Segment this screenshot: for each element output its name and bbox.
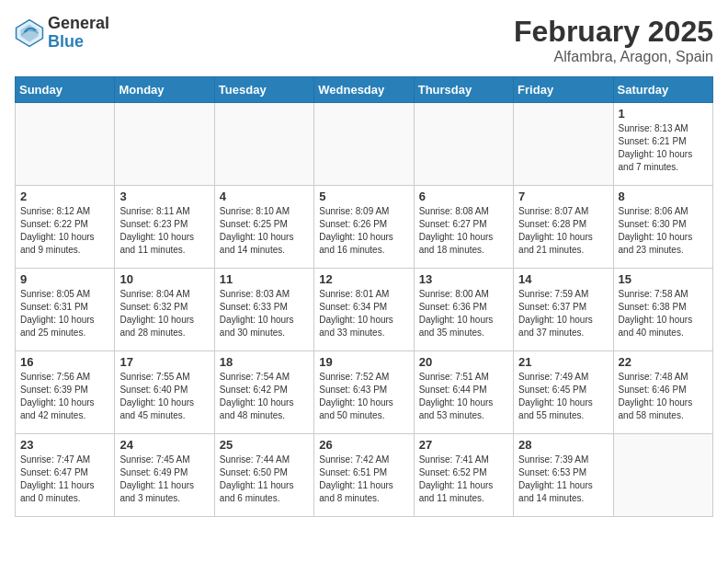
- day-number: 28: [518, 438, 608, 452]
- logo-blue-text: Blue: [48, 33, 109, 52]
- day-info: Sunrise: 7:52 AMSunset: 6:43 PMDaylight:…: [319, 371, 408, 422]
- day-info: Sunrise: 8:08 AMSunset: 6:27 PMDaylight:…: [419, 205, 508, 257]
- calendar-cell: 20Sunrise: 7:51 AMSunset: 6:44 PMDayligh…: [414, 351, 513, 434]
- weekday-header-row: SundayMondayTuesdayWednesdayThursdayFrid…: [16, 77, 713, 103]
- calendar-cell: 17Sunrise: 7:55 AMSunset: 6:40 PMDayligh…: [115, 351, 214, 434]
- calendar-cell: [214, 103, 313, 186]
- calendar-week-row: 2Sunrise: 8:12 AMSunset: 6:22 PMDaylight…: [16, 186, 713, 269]
- logo-text: General Blue: [48, 15, 109, 52]
- day-info: Sunrise: 8:13 AMSunset: 6:21 PMDaylight:…: [619, 122, 708, 174]
- calendar-cell: [115, 103, 214, 186]
- title-block: February 2025 Alfambra, Aragon, Spain: [514, 15, 713, 65]
- day-info: Sunrise: 7:55 AMSunset: 6:40 PMDaylight:…: [119, 371, 209, 422]
- day-info: Sunrise: 7:47 AMSunset: 6:47 PMDaylight:…: [20, 454, 109, 505]
- calendar-cell: 21Sunrise: 7:49 AMSunset: 6:45 PMDayligh…: [514, 351, 613, 434]
- calendar-cell: 22Sunrise: 7:48 AMSunset: 6:46 PMDayligh…: [613, 351, 712, 434]
- day-number: 8: [619, 190, 708, 203]
- calendar-cell: 27Sunrise: 7:41 AMSunset: 6:52 PMDayligh…: [414, 434, 513, 517]
- calendar-cell: 24Sunrise: 7:45 AMSunset: 6:49 PMDayligh…: [115, 434, 214, 517]
- day-number: 19: [319, 355, 408, 369]
- calendar-cell: [514, 103, 613, 186]
- calendar-week-row: 16Sunrise: 7:56 AMSunset: 6:39 PMDayligh…: [16, 351, 713, 434]
- weekday-header-wednesday: Wednesday: [314, 77, 414, 103]
- day-number: 16: [20, 355, 109, 369]
- calendar-cell: 10Sunrise: 8:04 AMSunset: 6:32 PMDayligh…: [115, 269, 214, 351]
- day-info: Sunrise: 8:05 AMSunset: 6:31 PMDaylight:…: [20, 288, 109, 339]
- day-info: Sunrise: 8:11 AMSunset: 6:23 PMDaylight:…: [119, 205, 209, 257]
- day-info: Sunrise: 7:59 AMSunset: 6:37 PMDaylight:…: [518, 288, 608, 339]
- calendar-cell: 15Sunrise: 7:58 AMSunset: 6:38 PMDayligh…: [613, 269, 712, 351]
- day-info: Sunrise: 8:01 AMSunset: 6:34 PMDaylight:…: [319, 288, 408, 339]
- logo: General Blue: [15, 15, 109, 52]
- day-number: 22: [619, 355, 708, 369]
- day-number: 17: [119, 355, 209, 369]
- day-number: 12: [319, 272, 408, 286]
- calendar-cell: 12Sunrise: 8:01 AMSunset: 6:34 PMDayligh…: [314, 269, 414, 351]
- calendar-cell: 28Sunrise: 7:39 AMSunset: 6:53 PMDayligh…: [514, 434, 613, 517]
- day-number: 27: [419, 438, 508, 452]
- day-number: 1: [619, 107, 708, 121]
- calendar-cell: 11Sunrise: 8:03 AMSunset: 6:33 PMDayligh…: [214, 269, 313, 351]
- calendar-cell: 26Sunrise: 7:42 AMSunset: 6:51 PMDayligh…: [314, 434, 414, 517]
- day-info: Sunrise: 7:54 AMSunset: 6:42 PMDaylight:…: [220, 371, 309, 422]
- calendar-cell: [613, 434, 712, 517]
- calendar-cell: 18Sunrise: 7:54 AMSunset: 6:42 PMDayligh…: [214, 351, 313, 434]
- weekday-header-sunday: Sunday: [16, 77, 115, 103]
- day-number: 21: [518, 355, 608, 369]
- day-info: Sunrise: 8:10 AMSunset: 6:25 PMDaylight:…: [220, 205, 309, 257]
- day-number: 7: [518, 190, 608, 203]
- day-info: Sunrise: 8:07 AMSunset: 6:28 PMDaylight:…: [518, 205, 608, 257]
- calendar-cell: 19Sunrise: 7:52 AMSunset: 6:43 PMDayligh…: [314, 351, 414, 434]
- logo-general-text: General: [48, 15, 109, 33]
- day-info: Sunrise: 7:41 AMSunset: 6:52 PMDaylight:…: [419, 454, 508, 505]
- day-info: Sunrise: 7:58 AMSunset: 6:38 PMDaylight:…: [619, 288, 708, 339]
- day-number: 3: [119, 190, 209, 203]
- day-number: 11: [220, 272, 309, 286]
- day-number: 24: [119, 438, 209, 452]
- day-number: 4: [220, 190, 309, 203]
- calendar-cell: [414, 103, 513, 186]
- calendar-cell: 1Sunrise: 8:13 AMSunset: 6:21 PMDaylight…: [613, 103, 712, 186]
- day-info: Sunrise: 7:48 AMSunset: 6:46 PMDaylight:…: [619, 371, 708, 422]
- day-number: 2: [20, 190, 109, 203]
- calendar-week-row: 1Sunrise: 8:13 AMSunset: 6:21 PMDaylight…: [16, 103, 713, 186]
- weekday-header-thursday: Thursday: [414, 77, 513, 103]
- calendar-cell: 13Sunrise: 8:00 AMSunset: 6:36 PMDayligh…: [414, 269, 513, 351]
- day-number: 18: [220, 355, 309, 369]
- day-number: 9: [20, 272, 109, 286]
- day-info: Sunrise: 8:09 AMSunset: 6:26 PMDaylight:…: [319, 205, 408, 257]
- day-info: Sunrise: 8:03 AMSunset: 6:33 PMDaylight:…: [220, 288, 309, 339]
- calendar-location: Alfambra, Aragon, Spain: [514, 49, 713, 65]
- calendar-cell: 3Sunrise: 8:11 AMSunset: 6:23 PMDaylight…: [115, 186, 214, 269]
- logo-icon: [15, 18, 44, 48]
- calendar-cell: 23Sunrise: 7:47 AMSunset: 6:47 PMDayligh…: [16, 434, 115, 517]
- calendar-cell: 7Sunrise: 8:07 AMSunset: 6:28 PMDaylight…: [514, 186, 613, 269]
- day-info: Sunrise: 7:44 AMSunset: 6:50 PMDaylight:…: [220, 454, 309, 505]
- day-number: 13: [419, 272, 508, 286]
- page-header: General Blue February 2025 Alfambra, Ara…: [15, 15, 713, 65]
- day-info: Sunrise: 7:51 AMSunset: 6:44 PMDaylight:…: [419, 371, 508, 422]
- calendar-cell: 8Sunrise: 8:06 AMSunset: 6:30 PMDaylight…: [613, 186, 712, 269]
- day-info: Sunrise: 8:04 AMSunset: 6:32 PMDaylight:…: [119, 288, 209, 339]
- calendar-cell: 2Sunrise: 8:12 AMSunset: 6:22 PMDaylight…: [16, 186, 115, 269]
- calendar-table: SundayMondayTuesdayWednesdayThursdayFrid…: [15, 76, 713, 517]
- day-info: Sunrise: 7:49 AMSunset: 6:45 PMDaylight:…: [518, 371, 608, 422]
- day-number: 15: [619, 272, 708, 286]
- calendar-cell: [314, 103, 414, 186]
- day-info: Sunrise: 7:42 AMSunset: 6:51 PMDaylight:…: [319, 454, 408, 505]
- calendar-cell: 6Sunrise: 8:08 AMSunset: 6:27 PMDaylight…: [414, 186, 513, 269]
- weekday-header-saturday: Saturday: [613, 77, 712, 103]
- day-info: Sunrise: 7:56 AMSunset: 6:39 PMDaylight:…: [20, 371, 109, 422]
- calendar-cell: 9Sunrise: 8:05 AMSunset: 6:31 PMDaylight…: [16, 269, 115, 351]
- day-info: Sunrise: 8:00 AMSunset: 6:36 PMDaylight:…: [419, 288, 508, 339]
- calendar-cell: 25Sunrise: 7:44 AMSunset: 6:50 PMDayligh…: [214, 434, 313, 517]
- calendar-week-row: 23Sunrise: 7:47 AMSunset: 6:47 PMDayligh…: [16, 434, 713, 517]
- day-number: 14: [518, 272, 608, 286]
- calendar-cell: 4Sunrise: 8:10 AMSunset: 6:25 PMDaylight…: [214, 186, 313, 269]
- day-info: Sunrise: 8:12 AMSunset: 6:22 PMDaylight:…: [20, 205, 109, 257]
- calendar-cell: [16, 103, 115, 186]
- day-number: 20: [419, 355, 508, 369]
- calendar-cell: 14Sunrise: 7:59 AMSunset: 6:37 PMDayligh…: [514, 269, 613, 351]
- day-number: 23: [20, 438, 109, 452]
- weekday-header-monday: Monday: [115, 77, 214, 103]
